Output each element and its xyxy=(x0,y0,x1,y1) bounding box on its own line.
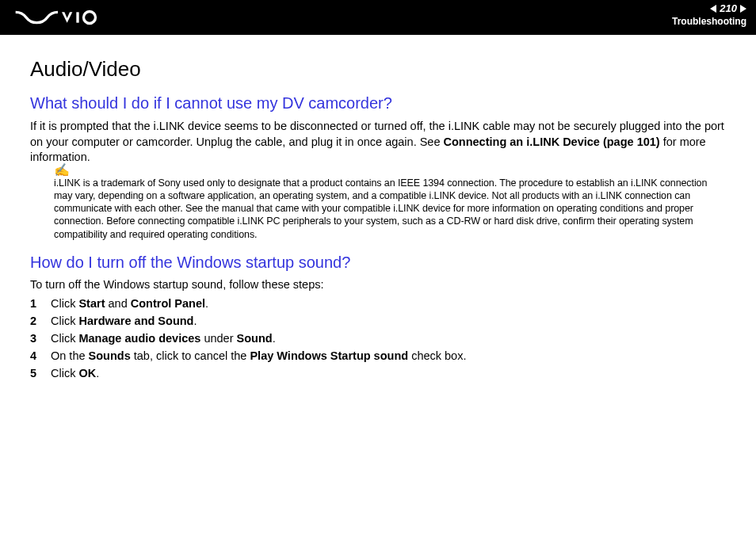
question-1-heading: What should I do if I cannot use my DV c… xyxy=(30,94,726,113)
svg-marker-0 xyxy=(62,12,72,22)
nav-prev-icon[interactable] xyxy=(710,5,716,13)
page-content: Audio/Video What should I do if I cannot… xyxy=(0,35,756,380)
steps-list: Click Start and Control Panel. Click Har… xyxy=(30,297,726,380)
steps-intro: To turn off the Windows startup sound, f… xyxy=(30,278,726,291)
step-1: Click Start and Control Panel. xyxy=(30,297,726,310)
question-2-heading: How do I turn off the Windows startup so… xyxy=(30,254,726,272)
vaio-logo-svg xyxy=(14,10,107,25)
step-3: Click Manage audio devices under Sound. xyxy=(30,332,726,345)
note-text: i.LINK is a trademark of Sony used only … xyxy=(54,177,726,241)
page-number: 210 xyxy=(720,2,737,14)
section-label: Troubleshooting xyxy=(672,16,746,27)
svg-rect-1 xyxy=(76,12,78,22)
nav-next-icon[interactable] xyxy=(740,5,746,13)
vaio-logo xyxy=(14,10,107,25)
svg-point-2 xyxy=(83,12,95,24)
page-nav: 210 Troubleshooting xyxy=(672,2,746,27)
step-2: Click Hardware and Sound. xyxy=(30,315,726,327)
page-title: Audio/Video xyxy=(30,57,726,82)
note-icon: ✍ xyxy=(54,164,721,177)
header-bar: 210 Troubleshooting xyxy=(0,0,756,35)
q1-link-text[interactable]: Connecting an i.LINK Device (page 101) xyxy=(444,135,660,148)
step-5: Click OK. xyxy=(30,367,726,380)
question-1-body: If it is prompted that the i.LINK device… xyxy=(30,119,726,166)
step-4: On the Sounds tab, click to cancel the P… xyxy=(30,349,726,362)
note-block: ✍ i.LINK is a trademark of Sony used onl… xyxy=(30,175,726,241)
